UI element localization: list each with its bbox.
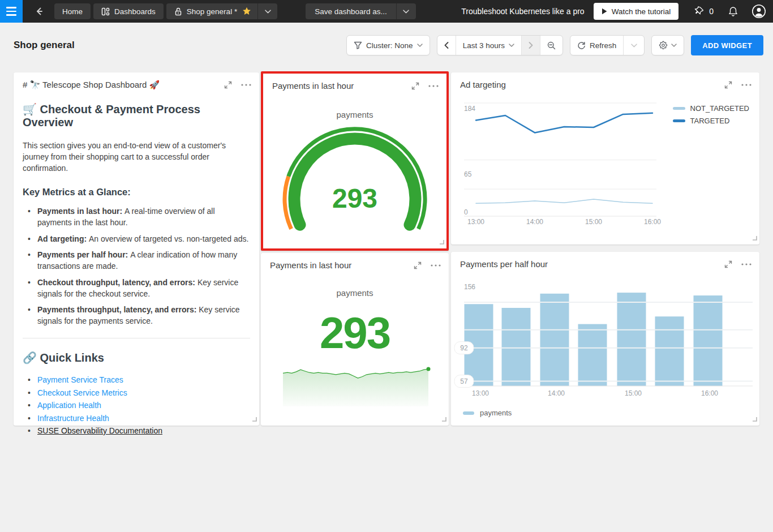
- metric-list-item: Ad targeting: An overview of targeted vs…: [23, 233, 250, 244]
- expand-widget-button[interactable]: [224, 81, 232, 89]
- svg-text:16:00: 16:00: [701, 389, 718, 397]
- svg-text:293: 293: [332, 183, 377, 213]
- quick-link[interactable]: Payment Service Traces: [37, 375, 123, 384]
- quick-link-item: Infrastructure Health: [23, 412, 250, 425]
- legend-swatch: [463, 411, 474, 415]
- shop-general-dropdown[interactable]: [258, 3, 277, 19]
- widget-title: Ad targeting: [460, 80, 724, 89]
- svg-text:15:00: 15:00: [625, 389, 642, 397]
- markdown-heading: 🛒 Checkout & Payment Process Overview: [23, 102, 250, 129]
- save-dashboard-button[interactable]: Save dashboard as...: [306, 3, 416, 19]
- pin-icon: [694, 6, 705, 16]
- metrics-heading: Key Metrics at a Glance:: [23, 187, 250, 198]
- quick-link[interactable]: SUSE Observability Documentation: [37, 426, 162, 435]
- back-button[interactable]: [29, 3, 49, 19]
- chart-legend[interactable]: payments: [463, 409, 512, 417]
- markdown-widget: # 🔭 Telescope Shop Dashboard 🚀 🛒 Checkou…: [14, 72, 259, 426]
- expand-widget-button[interactable]: [724, 81, 732, 89]
- pinned-items-button[interactable]: 0: [694, 6, 714, 16]
- resize-handle[interactable]: [752, 233, 757, 243]
- user-avatar-button[interactable]: [751, 4, 766, 19]
- resize-handle[interactable]: [752, 414, 757, 424]
- chevron-down-icon: [671, 44, 677, 47]
- chart-legend: NOT_TARGETEDTARGETED: [673, 104, 750, 125]
- gear-icon: [659, 41, 668, 50]
- ad-targeting-widget: Ad targeting 18465013:0014:0015:0016:00 …: [451, 72, 759, 244]
- dashboards-icon: [101, 7, 110, 16]
- resize-handle[interactable]: [441, 414, 446, 424]
- watch-tutorial-button[interactable]: Watch the tutorial: [594, 3, 679, 20]
- quick-link[interactable]: Application Health: [37, 401, 101, 410]
- quick-link[interactable]: Checkout Service Metrics: [37, 388, 127, 397]
- hamburger-menu-button[interactable]: [0, 0, 23, 23]
- chevron-down-icon: [265, 10, 271, 14]
- nav-tab-shop-general[interactable]: Shop general *: [166, 3, 277, 19]
- metric-label: payments: [261, 288, 449, 298]
- resize-handle[interactable]: [252, 414, 257, 424]
- metrics-list: Payments in last hour: A real-time overv…: [23, 205, 250, 327]
- time-forward-button[interactable]: [522, 36, 540, 55]
- quick-link-item: Checkout Service Metrics: [23, 387, 250, 400]
- top-navbar: Home Dashboards Shop general * Save dash…: [0, 0, 773, 23]
- svg-text:184: 184: [464, 105, 475, 113]
- add-widget-button[interactable]: ADD WIDGET: [691, 35, 763, 55]
- metric-list-item: Payments throughput, latency, and errors…: [23, 304, 250, 327]
- time-range-control: Last 3 hours: [437, 35, 563, 55]
- chevron-down-icon: [417, 44, 423, 47]
- refresh-dropdown-button[interactable]: [624, 36, 644, 55]
- expand-widget-button[interactable]: [414, 261, 422, 269]
- expand-icon: [414, 261, 422, 269]
- ellipsis-icon: [241, 84, 251, 86]
- quick-links-heading: 🔗 Quick Links: [23, 351, 250, 364]
- markdown-intro: This section gives you an end-to-end vie…: [23, 140, 250, 174]
- chevron-left-icon: [444, 42, 449, 49]
- dashboard-settings-button[interactable]: [651, 35, 684, 55]
- nav-tab-dashboards[interactable]: Dashboards: [93, 3, 164, 19]
- widget-title: Payments in last hour: [270, 260, 414, 270]
- legend-label: TARGETED: [690, 117, 730, 125]
- legend-label: NOT_TARGETED: [690, 104, 750, 113]
- refresh-control: Refresh: [570, 35, 645, 55]
- svg-text:156: 156: [464, 283, 475, 291]
- ellipsis-icon: [431, 264, 441, 267]
- widget-menu-button[interactable]: [741, 84, 751, 86]
- funnel-icon: [354, 41, 362, 49]
- promo-text: Troubleshoot Kubernetes like a pro: [461, 7, 584, 16]
- widget-menu-button[interactable]: [741, 263, 751, 265]
- gauge-widget-highlighted: Payments in last hour payments 293: [261, 71, 449, 251]
- big-number-widget: Payments in last hour payments 293: [261, 253, 449, 426]
- sparkline-chart: [261, 363, 449, 428]
- svg-text:0: 0: [464, 208, 468, 216]
- expand-widget-button[interactable]: [724, 260, 732, 268]
- nav-tab-home[interactable]: Home: [54, 3, 91, 19]
- star-icon[interactable]: [242, 6, 252, 16]
- zoom-out-button[interactable]: [540, 36, 562, 55]
- play-icon: [602, 8, 607, 15]
- quick-link[interactable]: Infrastructure Health: [37, 414, 109, 423]
- widget-title: # 🔭 Telescope Shop Dashboard 🚀: [23, 80, 224, 90]
- svg-text:92: 92: [460, 344, 468, 352]
- big-number-value: 293: [261, 307, 449, 359]
- svg-text:15:00: 15:00: [585, 218, 602, 226]
- divider: [23, 338, 250, 338]
- arrow-left-icon: [35, 7, 44, 16]
- widget-menu-button[interactable]: [431, 264, 441, 267]
- widget-menu-button[interactable]: [428, 85, 439, 87]
- ellipsis-icon: [428, 85, 439, 87]
- cluster-filter-label: Cluster: None: [366, 41, 413, 50]
- metric-list-item: Checkout throughput, latency, and errors…: [23, 277, 250, 299]
- notifications-button[interactable]: [728, 6, 738, 17]
- widget-menu-button[interactable]: [241, 84, 251, 86]
- save-dashboard-dropdown[interactable]: [397, 3, 416, 19]
- legend-item-not_targeted[interactable]: NOT_TARGETED: [673, 104, 750, 113]
- metric-list-item: Payments in last hour: A real-time overv…: [23, 205, 250, 228]
- legend-item-targeted[interactable]: TARGETED: [673, 117, 750, 125]
- bell-icon: [728, 6, 738, 17]
- time-back-button[interactable]: [437, 36, 456, 55]
- refresh-button[interactable]: Refresh: [570, 36, 623, 55]
- shop-general-label: Shop general *: [187, 7, 237, 16]
- resize-handle[interactable]: [439, 237, 444, 247]
- time-range-button[interactable]: Last 3 hours: [456, 36, 521, 55]
- expand-widget-button[interactable]: [411, 82, 419, 90]
- cluster-filter-button[interactable]: Cluster: None: [346, 35, 430, 55]
